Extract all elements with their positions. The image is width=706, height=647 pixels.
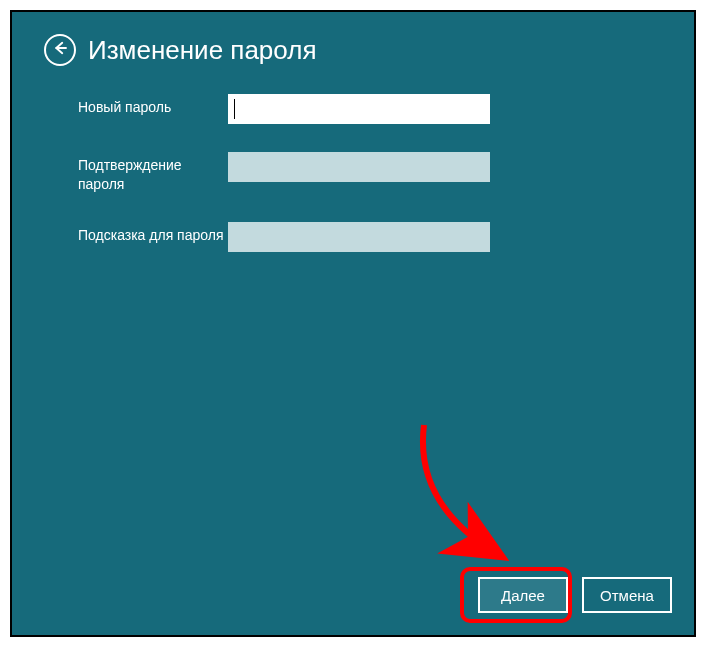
annotation-arrow-icon	[404, 415, 544, 575]
new-password-label: Новый пароль	[78, 94, 228, 117]
hint-label: Подсказка для пароля	[78, 222, 228, 245]
cancel-button[interactable]: Отмена	[582, 577, 672, 613]
next-button[interactable]: Далее	[478, 577, 568, 613]
page-title: Изменение пароля	[88, 35, 316, 66]
back-button[interactable]	[44, 34, 76, 66]
row-confirm-password: Подтверждение пароля	[78, 152, 694, 194]
row-hint: Подсказка для пароля	[78, 222, 694, 252]
hint-input[interactable]	[228, 222, 490, 252]
confirm-password-input[interactable]	[228, 152, 490, 182]
row-new-password: Новый пароль	[78, 94, 694, 124]
confirm-password-label: Подтверждение пароля	[78, 152, 228, 194]
new-password-input[interactable]	[228, 94, 490, 124]
arrow-left-icon	[51, 39, 69, 61]
new-password-wrapper	[228, 94, 490, 124]
change-password-panel: Изменение пароля Новый пароль Подтвержде…	[10, 10, 696, 637]
footer-buttons: Далее Отмена	[478, 577, 672, 613]
header: Изменение пароля	[12, 12, 694, 66]
password-form: Новый пароль Подтверждение пароля Подска…	[12, 66, 694, 252]
